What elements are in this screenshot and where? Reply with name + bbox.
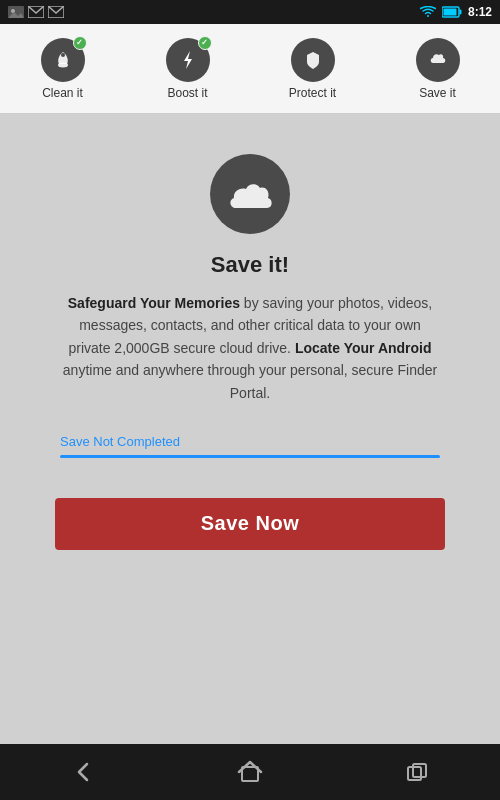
desc-bold-3: Locate Your Android xyxy=(295,340,432,356)
bolt-icon xyxy=(175,47,201,73)
desc-bold-1: Safeguard Your Memories xyxy=(68,295,240,311)
svg-rect-6 xyxy=(459,10,461,15)
status-bar-right: 8:12 xyxy=(420,5,492,19)
mail-icon-1 xyxy=(28,6,44,18)
cloud-large-svg xyxy=(226,176,274,212)
svg-rect-17 xyxy=(413,764,426,777)
tab-boost[interactable]: Boost it xyxy=(125,24,250,113)
mail-icon-2 xyxy=(48,6,64,18)
status-bar: 8:12 xyxy=(0,0,500,24)
broom-icon xyxy=(50,47,76,73)
tab-save-label: Save it xyxy=(419,86,456,100)
shield-icon xyxy=(300,47,326,73)
boost-badge xyxy=(198,36,212,50)
save-now-button[interactable]: Save Now xyxy=(55,498,445,550)
svg-rect-15 xyxy=(242,767,258,781)
tab-save[interactable]: Save it xyxy=(375,24,500,113)
tab-save-icon-circle xyxy=(416,38,460,82)
svg-point-9 xyxy=(58,62,68,67)
progress-label: Save Not Completed xyxy=(60,434,440,449)
recent-icon xyxy=(403,758,431,786)
tab-clean-label: Clean it xyxy=(42,86,83,100)
recent-apps-button[interactable] xyxy=(397,752,437,792)
cloud-icon-large xyxy=(210,154,290,234)
back-button[interactable] xyxy=(63,752,103,792)
svg-rect-16 xyxy=(408,767,421,780)
cloud-tab-icon xyxy=(425,47,451,73)
bottom-nav xyxy=(0,744,500,800)
svg-rect-7 xyxy=(443,9,456,16)
svg-point-10 xyxy=(61,53,65,57)
status-time: 8:12 xyxy=(468,5,492,19)
tab-bar: Clean it Boost it Protect it xyxy=(0,24,500,114)
tab-boost-icon-circle xyxy=(166,38,210,82)
tab-boost-label: Boost it xyxy=(167,86,207,100)
back-icon xyxy=(69,758,97,786)
clean-badge xyxy=(73,36,87,50)
content-panel: Save it! Safeguard Your Memories by savi… xyxy=(0,114,500,744)
battery-icon xyxy=(442,6,462,18)
save-it-description: Safeguard Your Memories by saving your p… xyxy=(60,292,440,404)
save-it-title: Save it! xyxy=(211,252,289,278)
main-area: Clean it Boost it Protect it xyxy=(0,24,500,744)
tab-clean[interactable]: Clean it xyxy=(0,24,125,113)
progress-bar xyxy=(60,455,440,458)
photo-icon xyxy=(8,6,24,18)
tab-protect-label: Protect it xyxy=(289,86,336,100)
tab-protect[interactable]: Protect it xyxy=(250,24,375,113)
wifi-icon xyxy=(420,6,436,18)
home-button[interactable] xyxy=(230,752,270,792)
progress-container: Save Not Completed xyxy=(60,434,440,458)
desc-text-4: anytime and anywhere through your person… xyxy=(63,362,437,400)
status-bar-left xyxy=(8,6,64,18)
home-icon xyxy=(236,758,264,786)
tab-clean-icon-circle xyxy=(41,38,85,82)
tab-protect-icon-circle xyxy=(291,38,335,82)
